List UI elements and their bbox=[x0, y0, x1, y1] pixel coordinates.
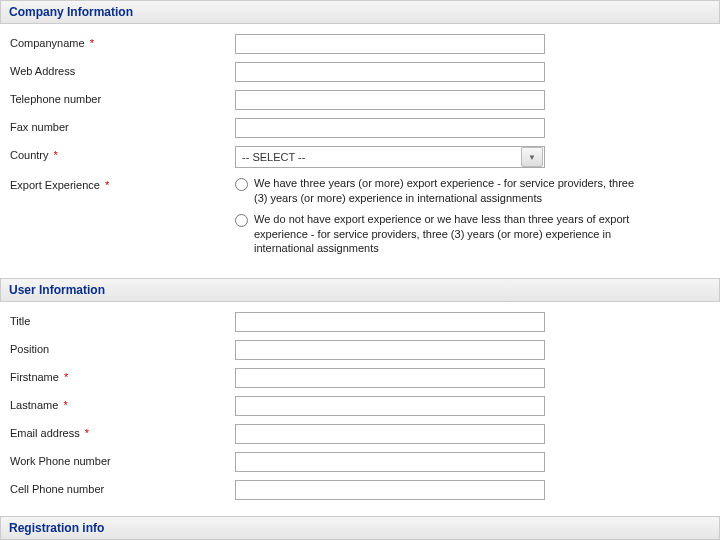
label-text: Work Phone number bbox=[10, 455, 111, 467]
label-export-experience: Export Experience * bbox=[10, 176, 235, 191]
fax-input[interactable] bbox=[235, 118, 545, 138]
control-cell bbox=[235, 424, 710, 444]
control-cell bbox=[235, 396, 710, 416]
label-text: Fax number bbox=[10, 121, 69, 133]
label-title: Title bbox=[10, 312, 235, 327]
telephone-input[interactable] bbox=[235, 90, 545, 110]
row-lastname: Lastname * bbox=[0, 392, 720, 420]
export-exp-option-1: We have three years (or more) export exp… bbox=[235, 176, 635, 206]
form-body-company: Companyname * Web Address Telephone numb… bbox=[0, 24, 720, 272]
control-cell bbox=[235, 480, 710, 500]
label-text: Telephone number bbox=[10, 93, 101, 105]
row-company-name: Companyname * bbox=[0, 30, 720, 58]
row-telephone: Telephone number bbox=[0, 86, 720, 114]
label-firstname: Firstname * bbox=[10, 368, 235, 383]
web-address-input[interactable] bbox=[235, 62, 545, 82]
row-email: Email address * bbox=[0, 420, 720, 448]
control-cell bbox=[235, 90, 710, 110]
required-marker: * bbox=[83, 427, 89, 439]
label-text: Email address bbox=[10, 427, 80, 439]
country-select-value: -- SELECT -- bbox=[236, 149, 520, 165]
label-text: Companyname bbox=[10, 37, 85, 49]
section-company-information: Company Information Companyname * Web Ad… bbox=[0, 0, 720, 272]
label-text: Export Experience bbox=[10, 179, 100, 191]
row-firstname: Firstname * bbox=[0, 364, 720, 392]
section-registration-info: Registration info How did you hear about… bbox=[0, 516, 720, 540]
label-text: Web Address bbox=[10, 65, 75, 77]
control-cell bbox=[235, 62, 710, 82]
row-country: Country * -- SELECT -- ▼ bbox=[0, 142, 720, 172]
control-cell bbox=[235, 34, 710, 54]
label-text: Cell Phone number bbox=[10, 483, 104, 495]
label-company-name: Companyname * bbox=[10, 34, 235, 49]
firstname-input[interactable] bbox=[235, 368, 545, 388]
export-exp-option-2: We do not have export experience or we h… bbox=[235, 212, 635, 257]
row-workphone: Work Phone number bbox=[0, 448, 720, 476]
export-exp-radio-2[interactable] bbox=[235, 214, 248, 227]
section-header-user: User Information bbox=[0, 278, 720, 302]
control-cell: We have three years (or more) export exp… bbox=[235, 176, 710, 262]
label-text: Country bbox=[10, 149, 49, 161]
label-fax: Fax number bbox=[10, 118, 235, 133]
export-exp-text-2: We do not have export experience or we h… bbox=[254, 212, 635, 257]
label-position: Position bbox=[10, 340, 235, 355]
required-marker: * bbox=[62, 371, 68, 383]
position-input[interactable] bbox=[235, 340, 545, 360]
row-fax: Fax number bbox=[0, 114, 720, 142]
required-marker: * bbox=[88, 37, 94, 49]
section-header-registration: Registration info bbox=[0, 516, 720, 540]
label-text: Lastname bbox=[10, 399, 58, 411]
row-export-experience: Export Experience * We have three years … bbox=[0, 172, 720, 266]
required-marker: * bbox=[61, 399, 67, 411]
email-input[interactable] bbox=[235, 424, 545, 444]
control-cell bbox=[235, 368, 710, 388]
control-cell bbox=[235, 118, 710, 138]
title-input[interactable] bbox=[235, 312, 545, 332]
label-text: Position bbox=[10, 343, 49, 355]
section-header-company: Company Information bbox=[0, 0, 720, 24]
control-cell: -- SELECT -- ▼ bbox=[235, 146, 710, 168]
label-text: Title bbox=[10, 315, 30, 327]
cellphone-input[interactable] bbox=[235, 480, 545, 500]
row-position: Position bbox=[0, 336, 720, 364]
label-lastname: Lastname * bbox=[10, 396, 235, 411]
export-exp-text-1: We have three years (or more) export exp… bbox=[254, 176, 635, 206]
workphone-input[interactable] bbox=[235, 452, 545, 472]
row-cellphone: Cell Phone number bbox=[0, 476, 720, 504]
control-cell bbox=[235, 312, 710, 332]
label-telephone: Telephone number bbox=[10, 90, 235, 105]
control-cell bbox=[235, 340, 710, 360]
label-web-address: Web Address bbox=[10, 62, 235, 77]
export-exp-radio-1[interactable] bbox=[235, 178, 248, 191]
country-select[interactable]: -- SELECT -- ▼ bbox=[235, 146, 545, 168]
row-web-address: Web Address bbox=[0, 58, 720, 86]
required-marker: * bbox=[52, 149, 58, 161]
company-name-input[interactable] bbox=[235, 34, 545, 54]
chevron-down-icon[interactable]: ▼ bbox=[521, 147, 543, 167]
control-cell bbox=[235, 452, 710, 472]
label-email: Email address * bbox=[10, 424, 235, 439]
form-body-user: Title Position Firstname * bbox=[0, 302, 720, 510]
label-workphone: Work Phone number bbox=[10, 452, 235, 467]
label-country: Country * bbox=[10, 146, 235, 161]
row-title: Title bbox=[0, 308, 720, 336]
label-cellphone: Cell Phone number bbox=[10, 480, 235, 495]
required-marker: * bbox=[103, 179, 109, 191]
lastname-input[interactable] bbox=[235, 396, 545, 416]
label-text: Firstname bbox=[10, 371, 59, 383]
section-user-information: User Information Title Position Firstnam… bbox=[0, 278, 720, 510]
